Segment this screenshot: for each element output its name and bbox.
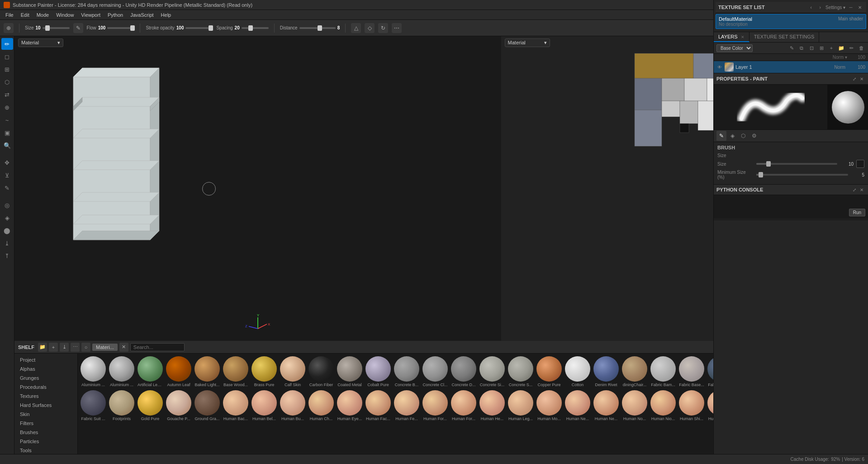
texture-set-item[interactable]: DefaultMaterial Main shader No descripti… <box>716 14 866 29</box>
shelf-filter-close[interactable]: ✕ <box>119 343 128 352</box>
material-item-47[interactable]: Human Nio... <box>650 389 677 422</box>
material-item-36[interactable]: Human Eye... <box>336 389 363 422</box>
prop-tab-paint[interactable]: ✎ <box>716 131 726 141</box>
eraser-tool[interactable]: ◻ <box>1 51 13 62</box>
clone-tool[interactable]: ⊕ <box>1 101 13 113</box>
ts-forward-icon[interactable]: › <box>816 4 824 11</box>
brush-align-icon[interactable]: ⊕ <box>4 23 14 33</box>
wrap-icon[interactable]: ↻ <box>378 23 388 33</box>
stroke-opacity-handle[interactable] <box>209 25 213 31</box>
shelf-new-icon[interactable]: + <box>49 343 58 352</box>
material-item-2[interactable]: Artificial Lea... <box>137 355 164 388</box>
distance-handle[interactable] <box>318 25 322 31</box>
material-item-15[interactable]: Concrete S... <box>507 355 534 388</box>
material-item-3[interactable]: Autumn Leaf <box>165 355 192 388</box>
material-item-35[interactable]: Human Ch... <box>308 389 335 422</box>
material-item-20[interactable]: Fabric Bam... <box>650 355 677 388</box>
material-item-18[interactable]: Denim Rivet <box>593 355 620 388</box>
viewport-left-dropdown[interactable]: Material ▾ <box>18 38 63 47</box>
shelf-search-input[interactable] <box>130 343 185 351</box>
material-item-41[interactable]: Human He... <box>479 389 506 422</box>
align-icon[interactable]: ⋯ <box>392 23 402 33</box>
category-procedurals[interactable]: Procedurals <box>14 383 77 392</box>
category-grunges[interactable]: Grunges <box>14 373 77 383</box>
category-hard-surfaces[interactable]: Hard Surfaces <box>14 401 77 410</box>
prop-close-icon[interactable]: ✕ <box>858 75 865 82</box>
measure-tool[interactable]: ⊻ <box>1 169 13 181</box>
brush-min-size-handle[interactable] <box>759 172 763 177</box>
menu-item-mode[interactable]: Mode <box>33 11 53 19</box>
material-item-6[interactable]: Brass Pure <box>251 355 278 388</box>
menu-item-file[interactable]: File <box>2 11 17 19</box>
material-item-31[interactable]: Ground Gra... <box>194 389 221 422</box>
menu-item-python[interactable]: Python <box>104 11 127 19</box>
console-expand[interactable]: ⤢ <box>851 186 858 193</box>
brush-min-size-slider[interactable] <box>756 174 848 176</box>
shelf-more-icon[interactable]: ⋯ <box>71 343 80 352</box>
mirror-icon[interactable]: ◇ <box>365 23 375 33</box>
material-item-21[interactable]: Fabric Base... <box>678 355 705 388</box>
material-item-46[interactable]: Human No... <box>621 389 648 422</box>
smudge-tool[interactable]: ~ <box>1 114 13 126</box>
prop-tab-material[interactable]: ◈ <box>727 131 737 141</box>
material-item-1[interactable]: Aluminium ... <box>108 355 135 388</box>
view-tool[interactable]: ◎ <box>1 199 13 211</box>
export-tool[interactable]: ⤒ <box>1 250 13 262</box>
color-swatch[interactable] <box>856 160 864 168</box>
material-picker[interactable]: ◈ <box>1 212 13 224</box>
geometric-fill-tool[interactable]: ⬡ <box>1 76 13 88</box>
symmetry-tool[interactable]: ⇄ <box>1 89 13 100</box>
material-item-29[interactable]: Gold Pure <box>137 389 164 422</box>
category-skin[interactable]: Skin <box>14 410 77 419</box>
shelf-folder-icon[interactable]: 📁 <box>38 343 47 352</box>
symmetry-icon[interactable]: △ <box>351 23 361 33</box>
material-item-14[interactable]: Concrete Si... <box>479 355 506 388</box>
material-item-37[interactable]: Human Fac... <box>365 389 392 422</box>
material-item-48[interactable]: Human Shi... <box>678 389 705 422</box>
ts-settings[interactable]: Settings ▾ <box>825 5 845 10</box>
ts-minimize[interactable]: ─ <box>847 4 854 11</box>
category-brushes[interactable]: Brushes <box>14 428 77 437</box>
viewport-3d[interactable]: Material ▾ <box>14 36 501 341</box>
material-item-38[interactable]: Human Fe... <box>393 389 420 422</box>
material-item-42[interactable]: Human Leg... <box>507 389 534 422</box>
prop-tab-geometry[interactable]: ⬡ <box>738 131 748 141</box>
annotation-tool[interactable]: ✎ <box>1 182 13 194</box>
size-slider-handle[interactable] <box>45 25 50 31</box>
brush-size-handle[interactable] <box>766 161 771 167</box>
material-item-44[interactable]: Human Ne... <box>564 389 591 422</box>
projection-tool[interactable]: ⊞ <box>1 63 13 75</box>
material-item-9[interactable]: Coated Metal <box>336 355 363 388</box>
material-item-0[interactable]: Aluminium ... <box>80 355 107 388</box>
paint-tool[interactable]: ✏ <box>1 38 13 50</box>
brush-type-icon[interactable]: ✎ <box>73 23 83 33</box>
material-item-16[interactable]: Copper Pure <box>536 355 563 388</box>
spacing-handle[interactable] <box>248 25 253 31</box>
menu-item-window[interactable]: Window <box>52 11 77 19</box>
flow-slider[interactable] <box>107 27 134 29</box>
console-run-button[interactable]: Run <box>849 209 865 216</box>
material-item-17[interactable]: Cotton <box>564 355 591 388</box>
material-item-13[interactable]: Concrete D... <box>450 355 477 388</box>
picker-tool[interactable]: 🔍 <box>1 139 13 151</box>
material-item-32[interactable]: Human Bac... <box>222 389 249 422</box>
menu-item-javascript[interactable]: JavaScript <box>127 11 157 19</box>
material-item-39[interactable]: Human For... <box>422 389 449 422</box>
layer-eye-toggle[interactable]: 👁 <box>716 64 723 70</box>
material-item-5[interactable]: Base Wood... <box>222 355 249 388</box>
layer-row-1[interactable]: 👁 Layer 1 Norm 100 <box>714 61 868 73</box>
material-item-11[interactable]: Concrete B... <box>393 355 420 388</box>
menu-item-edit[interactable]: Edit <box>17 11 33 19</box>
menu-item-help[interactable]: Help <box>157 11 175 19</box>
material-item-12[interactable]: Concrete Cl... <box>422 355 449 388</box>
brush-size-slider[interactable] <box>756 163 837 165</box>
distance-slider[interactable] <box>299 27 336 29</box>
material-item-30[interactable]: Gouache P... <box>165 389 192 422</box>
material-item-7[interactable]: Calf Skin <box>279 355 306 388</box>
material-item-10[interactable]: Cobalt Pure <box>365 355 392 388</box>
material-item-33[interactable]: Human Bel... <box>251 389 278 422</box>
material-item-45[interactable]: Human Ne... <box>593 389 620 422</box>
material-item-28[interactable]: Footprints <box>108 389 135 422</box>
spacing-slider[interactable] <box>242 27 269 29</box>
material-item-43[interactable]: Human Mo... <box>536 389 563 422</box>
